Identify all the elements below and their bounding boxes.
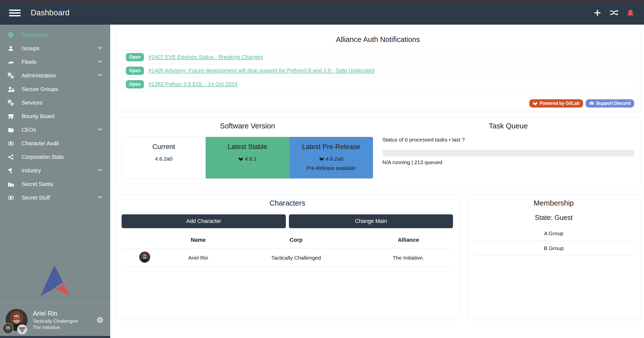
gitlab-fox-icon	[533, 101, 538, 106]
sidebar-item-label: Character Audit	[22, 140, 59, 147]
chevron-down-icon	[97, 194, 103, 201]
version-number: 4.6.1	[245, 156, 257, 162]
user-corp: Tactically Challenged	[33, 318, 78, 324]
sidebar-item-dashboard[interactable]: Dashboard	[0, 28, 110, 42]
notifications-title: Alliance Auth Notifications	[122, 35, 634, 44]
name-column-header: Name	[168, 231, 228, 249]
sidebar-bottom-strip	[0, 336, 110, 338]
user-panel: Ariel Rin Tactically Challenged The Init…	[0, 303, 110, 336]
sidebar-item-ceos[interactable]: CEOs	[0, 123, 110, 137]
software-version-section: Software Version Current 4.6.2a0 Latest …	[122, 122, 373, 183]
version-heading: Latest Pre-Release	[289, 143, 373, 151]
sidebar-item-groups[interactable]: Groups	[0, 42, 110, 55]
sidebar-item-bounty-board[interactable]: Bounty Board	[0, 110, 110, 123]
chevron-down-icon	[97, 167, 103, 174]
list-item: B Group	[473, 241, 634, 256]
sidebar-item-label: Corporation Stats	[22, 154, 64, 160]
sidebar-item-label: CEOs	[22, 127, 36, 133]
task-queue-title: Task Queue	[383, 122, 634, 130]
sidebar-item-secure-groups[interactable]: Secure Groups	[0, 82, 110, 96]
eye-icon	[7, 195, 15, 201]
notification-row: Open #1405 Advisory: Future development …	[122, 64, 634, 78]
alliance-column-header: Alliance	[364, 231, 453, 249]
sidebar-item-character-audit[interactable]: Character Audit	[0, 137, 110, 150]
notification-row: Open #1383 Python 3.8 EOL - 14 Oct 2024	[122, 77, 634, 91]
notifications-list: Open #1407 EVE Equinox Status - Breaking…	[122, 50, 634, 91]
sidebar-item-services[interactable]: Services	[0, 96, 110, 110]
task-queue-section: Task Queue Status of 0 processed tasks •…	[373, 122, 634, 183]
user-icon	[7, 45, 15, 52]
status-badge: Open	[126, 53, 144, 61]
notification-link[interactable]: #1405 Advisory: Future development will …	[148, 68, 374, 74]
corp-column-header: Corp	[229, 231, 364, 249]
plus-icon[interactable]	[593, 9, 602, 17]
character-name: Ariel Rin	[168, 249, 228, 267]
character-alliance: The Initiative.	[364, 249, 453, 267]
store-icon	[7, 113, 15, 120]
gear-icon[interactable]	[96, 316, 104, 324]
sidebar-item-label: Industry	[22, 168, 41, 174]
top-navbar: Dashboard	[0, 1, 644, 25]
badge-label: Support Discord	[596, 101, 631, 106]
eye-icon	[7, 140, 15, 147]
version-current: Current 4.6.2a0	[122, 137, 206, 178]
folder-icon	[7, 127, 15, 133]
version-heading: Current	[122, 143, 206, 151]
version-latest-prerelease: Latest Pre-Release 4.6.2a0 Pre-Release a…	[289, 137, 373, 178]
notification-link[interactable]: #1383 Python 3.8 EOL - 14 Oct 2024	[148, 81, 237, 87]
sidebar-item-label: Administration	[22, 73, 56, 79]
sidebar-item-label: Fleets	[22, 59, 36, 65]
character-corp: Tactically Challenged	[229, 249, 364, 267]
membership-panel: Membership State: Guest A Group B Group	[467, 194, 640, 320]
list-item: A Group	[473, 226, 634, 241]
software-taskqueue-panel: Software Version Current 4.6.2a0 Latest …	[115, 118, 640, 187]
sidebar-item-industry[interactable]: Industry	[0, 164, 110, 177]
gifts-icon	[7, 181, 15, 187]
sidebar-item-secret-stuff[interactable]: Secret Stuff	[0, 191, 110, 205]
status-badge: Open	[126, 67, 144, 75]
sidebar-item-label: Dashboard	[22, 32, 48, 38]
version-number: 4.6.2a0	[155, 156, 172, 162]
character-portrait	[139, 252, 150, 263]
sidebar-item-label: Groups	[22, 45, 40, 52]
sidebar-item-fleets[interactable]: Fleets	[0, 55, 110, 69]
notification-row: Open #1407 EVE Equinox Status - Breaking…	[122, 50, 634, 64]
bell-icon[interactable]	[626, 8, 635, 17]
hammer-icon	[7, 168, 15, 174]
add-character-button[interactable]: Add Character	[122, 214, 286, 228]
group-list: A Group B Group	[473, 226, 634, 256]
gauge-icon	[7, 32, 15, 38]
page-title: Dashboard	[31, 8, 69, 17]
membership-title: Membership	[473, 199, 634, 207]
software-version-title: Software Version	[122, 122, 373, 130]
characters-title: Characters	[122, 199, 453, 207]
alliance-auth-logo	[0, 265, 110, 303]
share-icon	[7, 154, 15, 160]
chevron-down-icon	[97, 126, 103, 133]
support-discord-badge[interactable]: Support Discord	[586, 99, 634, 108]
sidebar-item-label: Secure Groups	[22, 86, 58, 92]
sidebar-item-secret-santa[interactable]: Secret Santa	[0, 177, 110, 191]
change-main-button[interactable]: Change Main	[289, 214, 453, 228]
gitlab-fox-icon	[319, 156, 324, 161]
sidebar-item-label: Secret Santa	[22, 181, 53, 187]
membership-state: State: Guest	[473, 214, 634, 222]
user-alliance: The Initiative.	[33, 325, 78, 330]
status-badge: Open	[126, 80, 144, 88]
sidebar-item-administration[interactable]: Administration	[0, 69, 110, 82]
shuffle-icon[interactable]	[609, 8, 618, 17]
chevron-down-icon	[97, 59, 103, 66]
badge-label: Powered by GitLab	[540, 101, 580, 106]
powered-by-gitlab-badge[interactable]: Powered by GitLab	[529, 99, 583, 108]
sidebar: Dashboard Groups Fleets Administration S…	[0, 25, 110, 338]
fighter-jet-icon	[7, 59, 15, 66]
corp-logo	[3, 323, 14, 334]
notification-link[interactable]: #1407 EVE Equinox Status - Breaking Chan…	[148, 54, 263, 60]
version-latest-stable: Latest Stable 4.6.1	[206, 137, 289, 178]
characters-table: Name Corp Alliance Ariel Rin Tactically …	[122, 231, 453, 267]
table-row: Ariel Rin Tactically Challenged The Init…	[122, 249, 453, 267]
sidebar-item-corporation-stats[interactable]: Corporation Stats	[0, 150, 110, 164]
hamburger-icon[interactable]	[9, 8, 21, 18]
task-queue-status: Status of 0 processed tasks • last ?	[383, 137, 634, 143]
discord-icon	[589, 101, 594, 106]
